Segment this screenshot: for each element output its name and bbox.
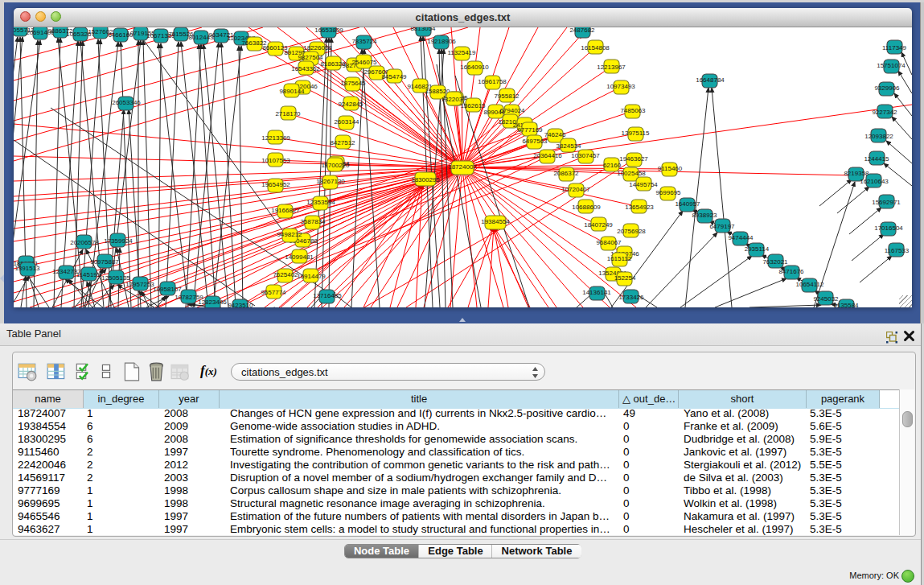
- svg-text:6479197: 6479197: [709, 223, 735, 230]
- svg-text:8471676: 8471676: [778, 268, 804, 275]
- svg-text:1362615: 1362615: [460, 102, 486, 109]
- svg-text:9684067: 9684067: [596, 239, 622, 246]
- svg-text:13716485: 13716485: [313, 292, 342, 299]
- svg-text:9657774: 9657774: [261, 289, 286, 296]
- svg-text:6497563: 6497563: [522, 138, 548, 145]
- svg-text:9827504: 9827504: [298, 54, 323, 61]
- svg-text:1167533: 1167533: [885, 247, 910, 254]
- svg-text:2546075: 2546075: [351, 59, 377, 66]
- svg-text:16653809: 16653809: [314, 27, 343, 34]
- svg-text:8427512: 8427512: [330, 139, 355, 146]
- svg-text:12093822: 12093822: [864, 133, 893, 140]
- svg-text:10720407: 10720407: [561, 186, 590, 193]
- svg-text:7835724: 7835724: [351, 38, 377, 45]
- svg-text:11700220: 11700220: [322, 162, 351, 169]
- svg-text:12213369: 12213369: [261, 134, 290, 142]
- svg-text:3587834: 3587834: [300, 218, 326, 225]
- svg-text:2935114: 2935114: [745, 245, 770, 253]
- svg-text:15751074: 15751074: [877, 62, 906, 69]
- svg-text:10025458: 10025458: [617, 170, 646, 177]
- svg-text:10654112: 10654112: [796, 281, 825, 288]
- svg-text:9777169: 9777169: [517, 126, 543, 134]
- svg-text:10307457: 10307457: [571, 152, 600, 159]
- svg-text:18300295: 18300295: [411, 176, 440, 183]
- svg-text:1615112: 1615112: [607, 255, 632, 262]
- svg-text:8813054: 8813054: [410, 27, 436, 32]
- svg-text:2086372: 2086372: [553, 170, 579, 177]
- svg-text:9498212: 9498212: [277, 231, 302, 238]
- svg-text:1640957: 1640957: [675, 200, 700, 208]
- svg-text:20756928: 20756928: [617, 228, 646, 235]
- svg-text:19166827: 19166827: [271, 207, 300, 214]
- svg-text:20206578: 20206578: [70, 239, 99, 246]
- svg-text:9115460: 9115460: [658, 165, 683, 172]
- svg-text:18226058: 18226058: [303, 44, 332, 51]
- svg-text:11325419: 11325419: [448, 49, 477, 56]
- svg-text:9890144: 9890144: [279, 88, 305, 95]
- svg-text:1117349: 1117349: [882, 44, 907, 51]
- svg-text:9699695: 9699695: [655, 189, 681, 196]
- svg-text:9423510: 9423510: [228, 302, 253, 307]
- svg-text:12213967: 12213967: [597, 64, 626, 71]
- svg-text:16648784: 16648784: [696, 76, 725, 84]
- svg-text:7632021: 7632021: [762, 258, 788, 266]
- svg-text:20364416: 20364416: [533, 152, 562, 159]
- svg-text:10958107: 10958107: [153, 286, 182, 293]
- svg-text:8938923: 8938923: [692, 212, 717, 219]
- svg-text:16914479: 16914479: [297, 273, 326, 280]
- svg-text:6794024: 6794024: [499, 107, 525, 114]
- svg-text:18724007: 18724007: [448, 163, 477, 171]
- svg-text:9242845: 9242845: [338, 101, 363, 108]
- svg-text:16210643: 16210643: [860, 178, 889, 185]
- svg-text:15692971: 15692971: [872, 199, 901, 206]
- svg-text:8454749: 8454749: [381, 73, 407, 80]
- svg-text:19654952: 19654952: [261, 181, 290, 188]
- svg-text:746246: 746246: [544, 131, 566, 138]
- svg-text:16154808: 16154808: [581, 44, 610, 51]
- svg-text:9329906: 9329906: [874, 84, 900, 92]
- svg-text:17016504: 17016504: [874, 225, 903, 232]
- svg-text:10107553: 10107553: [261, 157, 290, 164]
- svg-text:7625402: 7625402: [273, 271, 298, 278]
- svg-text:19384554: 19384554: [481, 218, 510, 225]
- svg-text:13654923: 13654923: [625, 204, 654, 211]
- svg-text:14495754: 14495754: [629, 181, 658, 188]
- svg-text:16961758: 16961758: [478, 78, 507, 85]
- svg-text:13975115: 13975115: [622, 130, 651, 137]
- svg-text:10688609: 10688609: [572, 204, 601, 211]
- svg-text:14136141: 14136141: [582, 289, 611, 296]
- svg-text:62160: 62160: [603, 162, 622, 169]
- svg-text:2718170: 2718170: [275, 110, 301, 117]
- svg-text:16640910: 16640910: [460, 64, 489, 71]
- svg-text:18407249: 18407249: [584, 221, 613, 229]
- svg-text:9474444: 9474444: [728, 234, 754, 241]
- svg-text:17957253: 17957253: [125, 281, 154, 288]
- svg-text:1244415: 1244415: [864, 155, 889, 163]
- svg-text:26053346: 26053346: [112, 99, 141, 106]
- svg-text:9135584: 9135584: [833, 302, 859, 307]
- svg-text:2487682: 2487682: [569, 27, 595, 34]
- svg-text:17359924: 17359924: [104, 237, 133, 245]
- svg-text:8219358: 8219358: [844, 170, 869, 177]
- svg-text:2603144: 2603144: [334, 118, 359, 126]
- svg-text:3824534: 3824534: [556, 142, 581, 150]
- svg-text:152254: 152254: [614, 274, 636, 282]
- svg-text:19463627: 19463627: [619, 155, 648, 163]
- svg-text:16543362: 16543362: [291, 65, 320, 72]
- svg-text:10973493: 10973493: [606, 83, 635, 90]
- svg-text:1875645: 1875645: [340, 80, 366, 87]
- svg-text:1145193: 1145193: [76, 271, 101, 278]
- svg-text:18267130: 18267130: [316, 178, 345, 185]
- svg-text:9227342: 9227342: [872, 109, 897, 116]
- svg-text:1391513: 1391513: [14, 265, 40, 272]
- svg-text:1733426: 1733426: [618, 294, 644, 301]
- svg-text:7955812: 7955812: [494, 93, 519, 100]
- svg-text:19218906: 19218906: [427, 38, 456, 45]
- svg-text:14099481: 14099481: [285, 253, 314, 261]
- svg-text:12353594: 12353594: [306, 199, 335, 206]
- svg-text:7485063: 7485063: [620, 107, 646, 114]
- svg-text:12823446: 12823446: [198, 299, 227, 306]
- svg-text:90975887: 90975887: [90, 258, 119, 266]
